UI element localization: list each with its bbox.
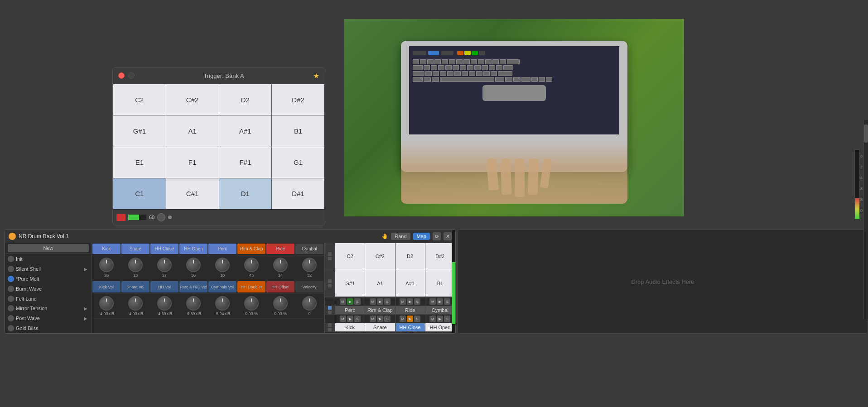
vol-knob-hh-close[interactable] [157, 296, 172, 311]
mute-btn-hh-open[interactable]: M [429, 298, 436, 305]
play-btn-hh-close-bot[interactable]: ▶ [407, 333, 413, 334]
solo-btn-hh-close[interactable]: S [414, 298, 420, 305]
knob-hh-close[interactable] [157, 258, 172, 272]
solo-btn-snare[interactable]: S [384, 298, 391, 305]
right-pad-Rim-Clap[interactable]: Rim & Clap [365, 306, 395, 314]
mute-btn-cymbal[interactable]: M [429, 316, 436, 322]
vol-knob-rim-clap[interactable] [244, 296, 259, 311]
right-pad-HH-Close[interactable]: HH Close [395, 323, 425, 331]
right-pad-Snare[interactable]: Snare [365, 323, 395, 331]
solo-btn-hh-close-bot[interactable]: S [414, 333, 420, 334]
vol-knob-hh-open[interactable] [186, 296, 201, 311]
vol-knob-kick[interactable] [99, 296, 114, 311]
right-pad-HH-Open[interactable]: HH Open [425, 323, 455, 331]
play-btn-hh-open[interactable]: ▶ [437, 298, 443, 305]
mute-btn-kick[interactable]: M [340, 298, 346, 305]
play-btn-kick[interactable]: ▶ [347, 298, 353, 305]
right-pad-D2[interactable]: D2 [395, 243, 425, 270]
rand-button[interactable]: Rand [391, 233, 410, 240]
pad-D1[interactable]: D1 [219, 178, 272, 209]
mute-btn-hh-close[interactable]: M [400, 298, 406, 305]
solo-btn-hh-open-bot[interactable]: S [444, 333, 450, 334]
mute-btn-rim-clap[interactable]: M [370, 316, 376, 322]
sidebar-item-mirror-tension[interactable]: Mirror Tension ▶ [5, 303, 92, 313]
sidebar-item-burnt-wave[interactable]: Burnt Wave [5, 284, 92, 294]
knob-kick[interactable] [99, 258, 114, 272]
map-button[interactable]: Map [413, 233, 430, 240]
play-btn-perc[interactable]: ▶ [347, 316, 353, 322]
preset-play-post-wave[interactable]: ▶ [82, 315, 89, 321]
mute-btn-snare-bot[interactable]: M [370, 333, 376, 334]
pad-F#1[interactable]: F#1 [219, 147, 272, 178]
right-pad-A#1[interactable]: A#1 [395, 270, 425, 297]
pad-C#1[interactable]: C#1 [166, 178, 219, 209]
solo-btn-snare-bot[interactable]: S [384, 333, 391, 334]
right-pad-Ride[interactable]: Ride [395, 306, 425, 314]
right-pad-C2[interactable]: C2 [335, 243, 365, 270]
solo-btn-kick-bot[interactable]: S [354, 333, 361, 334]
solo-btn-ride[interactable]: S [414, 316, 420, 322]
right-pad-Cymbal[interactable]: Cymbal [425, 306, 455, 314]
right-pad-G#1[interactable]: G#1 [335, 270, 365, 297]
knob-perc[interactable] [215, 258, 230, 272]
mute-btn-ride[interactable]: M [400, 316, 406, 322]
right-pad-Kick[interactable]: Kick [335, 323, 365, 331]
pad-F1[interactable]: F1 [166, 147, 219, 178]
settings-circle-btn[interactable] [157, 213, 165, 221]
pad-E1[interactable]: E1 [113, 147, 166, 178]
knob-hh-open[interactable] [186, 258, 201, 272]
close-button[interactable] [118, 72, 125, 79]
vol-knob-ride[interactable] [273, 296, 288, 311]
knob-cymbal[interactable] [302, 258, 317, 272]
pad-B1[interactable]: B1 [272, 115, 324, 146]
right-pad-B1[interactable]: B1 [425, 270, 455, 297]
pad-D#2[interactable]: D#2 [272, 84, 324, 115]
solo-btn-rim-clap[interactable]: S [384, 316, 391, 322]
play-btn-snare-bot[interactable]: ▶ [377, 333, 383, 334]
solo-btn-kick[interactable]: S [354, 298, 361, 305]
knob-ride[interactable] [273, 258, 288, 272]
play-btn-rim-clap[interactable]: ▶ [377, 316, 383, 322]
new-preset-button[interactable]: New [8, 244, 89, 252]
scroll-thumb[interactable] [864, 124, 868, 143]
right-pad-Perc[interactable]: Perc [335, 306, 365, 314]
sidebar-item-felt-land[interactable]: Felt Land [5, 294, 92, 304]
sidebar-item-gold-bliss[interactable]: Gold Bliss [5, 323, 92, 333]
vol-knob-snare[interactable] [128, 296, 143, 311]
mute-btn-hh-open-bot[interactable]: M [429, 333, 436, 334]
settings-icon-button[interactable]: ⟳ [433, 232, 441, 240]
favorite-button[interactable]: ★ [313, 72, 319, 80]
play-btn-hh-close[interactable]: ▶ [407, 298, 413, 305]
right-pad-C#2[interactable]: C#2 [365, 243, 395, 270]
pad-G#1[interactable]: G#1 [113, 115, 166, 146]
mute-btn-snare[interactable]: M [370, 298, 376, 305]
mute-btn-perc[interactable]: M [340, 316, 346, 322]
mute-btn-kick-bot[interactable]: M [340, 333, 346, 334]
play-btn-ride[interactable]: ▶ [407, 316, 413, 322]
solo-btn-hh-open[interactable]: S [444, 298, 450, 305]
right-pad-A1[interactable]: A1 [365, 270, 395, 297]
solo-btn-perc[interactable]: S [354, 316, 361, 322]
record-button[interactable] [116, 214, 125, 221]
play-btn-kick-bot[interactable]: ▶ [347, 333, 353, 334]
pad-D2[interactable]: D2 [219, 84, 272, 115]
knob-snare[interactable] [128, 258, 143, 272]
pad-C1[interactable]: C1 [113, 178, 166, 209]
play-btn-snare[interactable]: ▶ [377, 298, 383, 305]
pad-D#1[interactable]: D#1 [272, 178, 324, 209]
vol-knob-perc[interactable] [215, 296, 230, 311]
scroll-indicator[interactable] [863, 120, 868, 319]
sidebar-item-silent-shell[interactable]: Silent Shell ▶ [5, 264, 92, 274]
sidebar-item-init[interactable]: Init [5, 254, 92, 264]
pad-A#1[interactable]: A#1 [219, 115, 272, 146]
pad-A1[interactable]: A1 [166, 115, 219, 146]
vol-knob-velocity[interactable] [302, 296, 317, 311]
mute-btn-hh-close-bot[interactable]: M [400, 333, 406, 334]
solo-btn-cymbal[interactable]: S [444, 316, 450, 322]
preset-play-mirror-tension[interactable]: ▶ [82, 305, 89, 311]
play-btn-cymbal[interactable]: ▶ [437, 316, 443, 322]
pad-G1[interactable]: G1 [272, 147, 324, 178]
sidebar-item-pure-melt[interactable]: *Pure Melt [5, 274, 92, 284]
pad-C2[interactable]: C2 [113, 84, 166, 115]
close-icon-button[interactable]: ✕ [444, 232, 452, 240]
